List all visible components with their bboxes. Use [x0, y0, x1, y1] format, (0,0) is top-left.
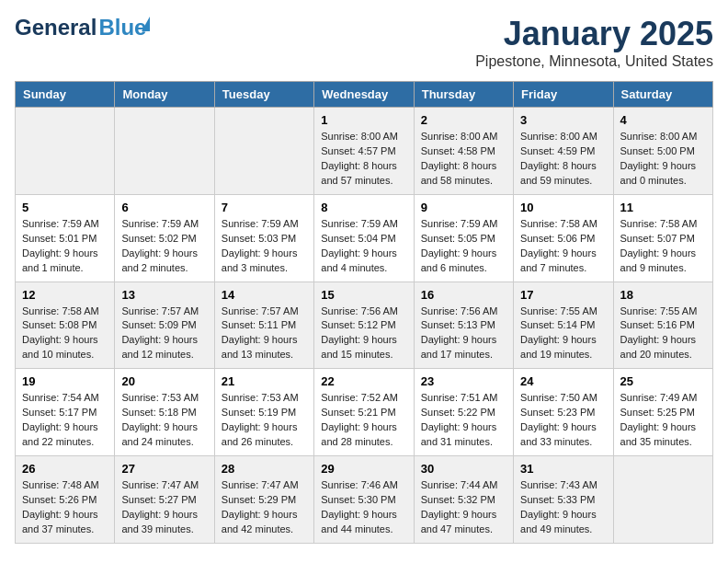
calendar-cell: [115, 108, 214, 195]
day-number: 9: [421, 201, 506, 214]
day-number: 14: [222, 288, 307, 302]
calendar-cell: 10Sunrise: 7:58 AM Sunset: 5:06 PM Dayli…: [514, 194, 613, 282]
day-number: 10: [520, 201, 606, 214]
day-number: 4: [620, 113, 706, 127]
day-number: 5: [22, 201, 108, 214]
calendar-cell: 25Sunrise: 7:49 AM Sunset: 5:25 PM Dayli…: [613, 369, 712, 456]
calendar-week-row: 1Sunrise: 8:00 AM Sunset: 4:57 PM Daylig…: [16, 108, 713, 195]
calendar-cell: 12Sunrise: 7:58 AM Sunset: 5:08 PM Dayli…: [16, 282, 115, 369]
day-number: 3: [520, 113, 606, 127]
logo: General Blue: [15, 15, 146, 40]
day-info: Sunrise: 7:53 AM Sunset: 5:18 PM Dayligh…: [121, 391, 207, 450]
calendar-cell: 17Sunrise: 7:55 AM Sunset: 5:14 PM Dayli…: [514, 282, 613, 369]
day-header-wednesday: Wednesday: [314, 82, 414, 108]
day-info: Sunrise: 7:54 AM Sunset: 5:17 PM Dayligh…: [22, 391, 108, 450]
calendar-cell: 6Sunrise: 7:59 AM Sunset: 5:02 PM Daylig…: [115, 194, 214, 282]
day-number: 20: [121, 374, 207, 388]
calendar-cell: 21Sunrise: 7:53 AM Sunset: 5:19 PM Dayli…: [214, 369, 313, 456]
day-info: Sunrise: 8:00 AM Sunset: 4:58 PM Dayligh…: [421, 130, 506, 189]
day-number: 8: [321, 201, 406, 214]
day-number: 7: [222, 201, 307, 214]
calendar-cell: 26Sunrise: 7:48 AM Sunset: 5:26 PM Dayli…: [16, 456, 115, 544]
calendar-cell: 7Sunrise: 7:59 AM Sunset: 5:03 PM Daylig…: [214, 194, 313, 282]
title-section: January 2025 Pipestone, Minnesota, Unite…: [475, 15, 713, 70]
calendar-cell: 1Sunrise: 8:00 AM Sunset: 4:57 PM Daylig…: [314, 108, 414, 195]
day-info: Sunrise: 7:58 AM Sunset: 5:07 PM Dayligh…: [620, 217, 706, 276]
day-number: 23: [421, 374, 506, 388]
day-info: Sunrise: 8:00 AM Sunset: 4:57 PM Dayligh…: [321, 130, 406, 189]
calendar-cell: [214, 108, 313, 195]
day-number: 13: [121, 288, 207, 302]
day-info: Sunrise: 7:44 AM Sunset: 5:32 PM Dayligh…: [421, 478, 506, 537]
day-number: 28: [222, 462, 307, 476]
day-header-friday: Friday: [514, 82, 613, 108]
day-number: 17: [520, 288, 606, 302]
day-info: Sunrise: 7:58 AM Sunset: 5:08 PM Dayligh…: [22, 304, 108, 363]
day-header-thursday: Thursday: [414, 82, 513, 108]
calendar-week-row: 5Sunrise: 7:59 AM Sunset: 5:01 PM Daylig…: [16, 194, 713, 282]
location-title: Pipestone, Minnesota, United States: [475, 53, 713, 70]
day-info: Sunrise: 7:49 AM Sunset: 5:25 PM Dayligh…: [620, 391, 706, 450]
calendar-cell: 8Sunrise: 7:59 AM Sunset: 5:04 PM Daylig…: [314, 194, 414, 282]
day-info: Sunrise: 7:59 AM Sunset: 5:04 PM Dayligh…: [321, 217, 406, 276]
page-header: General Blue January 2025 Pipestone, Min…: [15, 15, 713, 70]
day-number: 29: [321, 462, 406, 476]
calendar-table: SundayMondayTuesdayWednesdayThursdayFrid…: [15, 81, 713, 544]
calendar-cell: 9Sunrise: 7:59 AM Sunset: 5:05 PM Daylig…: [414, 194, 513, 282]
day-number: 16: [421, 288, 506, 302]
logo-blue: Blue: [98, 15, 146, 40]
day-info: Sunrise: 7:51 AM Sunset: 5:22 PM Dayligh…: [421, 391, 506, 450]
calendar-cell: 27Sunrise: 7:47 AM Sunset: 5:27 PM Dayli…: [115, 456, 214, 544]
calendar-cell: 15Sunrise: 7:56 AM Sunset: 5:12 PM Dayli…: [314, 282, 414, 369]
calendar-week-row: 19Sunrise: 7:54 AM Sunset: 5:17 PM Dayli…: [16, 369, 713, 456]
day-info: Sunrise: 7:48 AM Sunset: 5:26 PM Dayligh…: [22, 478, 108, 537]
day-number: 27: [121, 462, 207, 476]
day-header-sunday: Sunday: [16, 82, 115, 108]
calendar-cell: [16, 108, 115, 195]
day-info: Sunrise: 7:47 AM Sunset: 5:27 PM Dayligh…: [121, 478, 207, 537]
day-info: Sunrise: 7:57 AM Sunset: 5:11 PM Dayligh…: [222, 304, 307, 363]
calendar-cell: 23Sunrise: 7:51 AM Sunset: 5:22 PM Dayli…: [414, 369, 513, 456]
day-info: Sunrise: 7:55 AM Sunset: 5:14 PM Dayligh…: [520, 304, 606, 363]
day-info: Sunrise: 7:57 AM Sunset: 5:09 PM Dayligh…: [121, 304, 207, 363]
calendar-cell: 28Sunrise: 7:47 AM Sunset: 5:29 PM Dayli…: [214, 456, 313, 544]
day-info: Sunrise: 7:53 AM Sunset: 5:19 PM Dayligh…: [222, 391, 307, 450]
calendar-cell: 2Sunrise: 8:00 AM Sunset: 4:58 PM Daylig…: [414, 108, 513, 195]
calendar-week-row: 26Sunrise: 7:48 AM Sunset: 5:26 PM Dayli…: [16, 456, 713, 544]
logo-general: General: [15, 15, 97, 40]
day-header-saturday: Saturday: [613, 82, 712, 108]
day-info: Sunrise: 7:56 AM Sunset: 5:12 PM Dayligh…: [321, 304, 406, 363]
day-number: 24: [520, 374, 606, 388]
day-info: Sunrise: 7:58 AM Sunset: 5:06 PM Dayligh…: [520, 217, 606, 276]
day-number: 22: [321, 374, 406, 388]
day-number: 12: [22, 288, 108, 302]
day-number: 26: [22, 462, 108, 476]
day-info: Sunrise: 7:46 AM Sunset: 5:30 PM Dayligh…: [321, 478, 406, 537]
day-header-monday: Monday: [115, 82, 214, 108]
calendar-cell: 24Sunrise: 7:50 AM Sunset: 5:23 PM Dayli…: [514, 369, 613, 456]
day-number: 15: [321, 288, 406, 302]
calendar-cell: 11Sunrise: 7:58 AM Sunset: 5:07 PM Dayli…: [613, 194, 712, 282]
day-number: 25: [620, 374, 706, 388]
day-number: 31: [520, 462, 606, 476]
calendar-cell: 4Sunrise: 8:00 AM Sunset: 5:00 PM Daylig…: [613, 108, 712, 195]
day-number: 1: [321, 113, 406, 127]
day-info: Sunrise: 7:59 AM Sunset: 5:05 PM Dayligh…: [421, 217, 506, 276]
day-number: 11: [620, 201, 706, 214]
day-info: Sunrise: 7:43 AM Sunset: 5:33 PM Dayligh…: [520, 478, 606, 537]
day-number: 2: [421, 113, 506, 127]
calendar-cell: 13Sunrise: 7:57 AM Sunset: 5:09 PM Dayli…: [115, 282, 214, 369]
day-info: Sunrise: 7:55 AM Sunset: 5:16 PM Dayligh…: [620, 304, 706, 363]
day-number: 19: [22, 374, 108, 388]
logo-triangle: [142, 17, 150, 31]
day-number: 21: [222, 374, 307, 388]
calendar-cell: 18Sunrise: 7:55 AM Sunset: 5:16 PM Dayli…: [613, 282, 712, 369]
day-header-tuesday: Tuesday: [214, 82, 313, 108]
day-info: Sunrise: 8:00 AM Sunset: 5:00 PM Dayligh…: [620, 130, 706, 189]
calendar-cell: [613, 456, 712, 544]
calendar-cell: 5Sunrise: 7:59 AM Sunset: 5:01 PM Daylig…: [16, 194, 115, 282]
day-info: Sunrise: 7:59 AM Sunset: 5:03 PM Dayligh…: [222, 217, 307, 276]
calendar-cell: 16Sunrise: 7:56 AM Sunset: 5:13 PM Dayli…: [414, 282, 513, 369]
calendar-cell: 14Sunrise: 7:57 AM Sunset: 5:11 PM Dayli…: [214, 282, 313, 369]
day-info: Sunrise: 7:59 AM Sunset: 5:02 PM Dayligh…: [121, 217, 207, 276]
